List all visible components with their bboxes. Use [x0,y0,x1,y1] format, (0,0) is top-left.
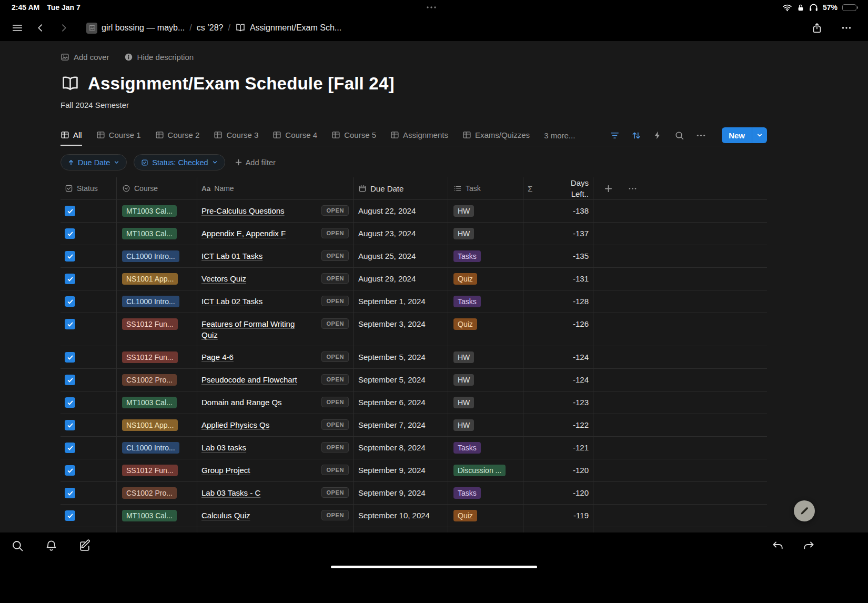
row-checkbox[interactable] [65,206,75,216]
row-checkbox[interactable] [65,465,75,476]
due-date-cell[interactable]: September 5, 2024 [354,346,448,368]
row-checkbox[interactable] [65,443,75,453]
days-left-cell[interactable]: -126 [523,313,593,346]
header-task[interactable]: Task [448,177,523,199]
row-name[interactable]: Lab 03 tasks [201,442,246,453]
row-name[interactable]: Pre-Calculus Questions [201,205,285,216]
more-views-button[interactable]: 3 more... [544,125,575,146]
name-cell[interactable]: ICT Lab 01 Tasks OPEN [197,245,354,267]
open-badge[interactable]: OPEN [321,318,349,329]
sort-chip[interactable]: Due Date [60,154,127,170]
due-date-cell[interactable]: September 6, 2024 [354,391,448,414]
days-left-cell[interactable]: -128 [523,290,593,313]
name-cell[interactable]: Calculus Quiz OPEN [197,505,354,527]
open-badge[interactable]: OPEN [321,250,349,261]
due-date-cell[interactable]: September 8, 2024 [354,437,448,459]
days-left-cell[interactable]: -138 [523,200,593,222]
name-cell[interactable]: Vectors Quiz OPEN [197,268,354,290]
name-cell[interactable]: Page 4-6 OPEN [197,346,354,368]
task-cell[interactable]: Quiz [448,268,523,290]
row-checkbox[interactable] [65,251,75,262]
search-view-button[interactable] [673,129,685,142]
open-badge[interactable]: OPEN [321,419,349,430]
undo-button[interactable] [771,539,785,552]
name-cell[interactable]: Pre-Calculus Questions OPEN [197,200,354,222]
days-left-cell[interactable]: -124 [523,346,593,368]
page-title[interactable]: Assignment/Exam Schedule [Fall 24] [60,74,767,94]
header-name[interactable]: Aa Name [197,177,354,199]
floating-pen-button[interactable] [794,500,815,521]
name-cell[interactable]: Features of Formal Writing Quiz OPEN [197,313,354,346]
row-name[interactable]: Pseudocode and Flowchart [201,374,297,385]
days-left-cell[interactable]: -121 [523,437,593,459]
add-cover-button[interactable]: Add cover [60,53,109,62]
open-badge[interactable]: OPEN [321,273,349,284]
breadcrumb-item-current[interactable]: Assignment/Exam Sch... [235,23,341,33]
name-cell[interactable]: Pseudocode and Flowchart OPEN [197,369,354,391]
days-left-cell[interactable]: -124 [523,369,593,391]
status-filter-chip[interactable]: Status: Checked [134,154,225,170]
tab-course-5[interactable]: Course 5 [331,125,376,146]
row-checkbox[interactable] [65,352,75,363]
task-cell[interactable]: Tasks [448,290,523,313]
course-cell[interactable]: MT1003 Cal... [117,391,197,414]
sidebar-toggle-button[interactable] [8,19,26,37]
open-badge[interactable]: OPEN [321,351,349,362]
header-days-left[interactable]: Σ Days Left.. [523,177,593,199]
row-checkbox[interactable] [65,296,75,307]
notifications-button[interactable] [44,539,58,552]
breadcrumb-item-workspace[interactable]: girl bossing — mayb... [86,23,185,34]
days-left-cell[interactable]: -122 [523,414,593,436]
hide-description-button[interactable]: Hide description [124,53,194,62]
course-cell[interactable]: MT1003 Cal... [117,223,197,245]
row-checkbox[interactable] [65,397,75,408]
breadcrumb-item-parent[interactable]: cs ’28? [197,23,224,33]
sort-button[interactable] [630,129,642,142]
row-name[interactable]: ICT Lab 02 Tasks [201,296,263,307]
view-options-button[interactable] [694,129,707,142]
row-name[interactable]: Page 4-6 [201,351,234,363]
open-badge[interactable]: OPEN [321,442,349,453]
forward-button[interactable] [55,19,73,37]
name-cell[interactable]: Applied Physics Qs OPEN [197,414,354,436]
days-left-cell[interactable]: -120 [523,482,593,504]
row-name[interactable]: Applied Physics Qs [201,419,269,430]
filter-button[interactable] [608,129,621,142]
page-options-button[interactable] [837,19,855,37]
course-cell[interactable]: CS1002 Pro... [117,369,197,391]
search-button[interactable] [11,539,24,552]
due-date-cell[interactable]: September 5, 2024 [354,369,448,391]
row-name[interactable]: Group Project [201,465,250,476]
task-cell[interactable]: HW [448,391,523,414]
task-cell[interactable]: Discussion ... [448,459,523,481]
back-button[interactable] [32,19,49,37]
days-left-cell[interactable]: -135 [523,245,593,267]
task-cell[interactable]: Quiz [448,313,523,346]
row-name[interactable]: Features of Formal Writing Quiz [201,318,309,340]
multitasking-dots-icon[interactable] [426,6,437,8]
tab-course-1[interactable]: Course 1 [96,125,141,146]
task-cell[interactable]: HW [448,200,523,222]
name-cell[interactable]: Lab 03 Tasks - C OPEN [197,482,354,504]
due-date-cell[interactable]: September 9, 2024 [354,459,448,481]
open-badge[interactable]: OPEN [321,374,349,385]
course-cell[interactable]: SS1012 Fun... [117,313,197,346]
tab-course-3[interactable]: Course 3 [214,125,258,146]
row-checkbox[interactable] [65,319,75,329]
due-date-cell[interactable]: September 9, 2024 [354,482,448,504]
row-name[interactable]: Lab 03 Tasks - C [201,487,260,498]
redo-button[interactable] [802,539,815,552]
row-name[interactable]: Vectors Quiz [201,273,246,284]
header-due-date[interactable]: Due Date [354,177,448,199]
course-cell[interactable]: NS1001 App... [117,414,197,436]
task-cell[interactable]: HW [448,223,523,245]
days-left-cell[interactable]: -123 [523,391,593,414]
open-badge[interactable]: OPEN [321,510,349,520]
header-course[interactable]: Course [117,177,197,199]
days-left-cell[interactable]: -131 [523,268,593,290]
add-property-button[interactable] [602,182,614,195]
open-badge[interactable]: OPEN [321,487,349,498]
tab-assignments[interactable]: Assignments [390,125,448,146]
course-cell[interactable]: CL1000 Intro... [117,245,197,267]
course-cell[interactable]: CL1000 Intro... [117,290,197,313]
